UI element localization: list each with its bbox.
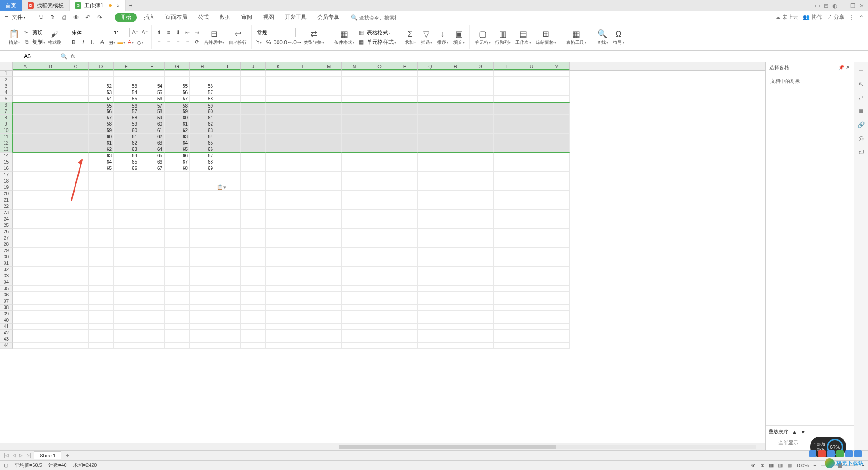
cell[interactable]: 58 [139,108,165,115]
close-window-icon[interactable]: ✕ [859,2,864,9]
cell[interactable] [38,153,63,159]
cell[interactable] [241,153,266,159]
cell[interactable] [291,241,316,248]
cell[interactable] [190,222,215,229]
cell[interactable] [367,273,392,279]
font-name-select[interactable] [70,28,110,37]
grid-row[interactable]: 36 [0,292,765,298]
cell[interactable] [165,286,190,292]
cond-format-button[interactable]: ▦条件格式 [332,28,356,47]
name-box[interactable] [0,51,55,62]
tab-add[interactable]: + [126,0,137,11]
grid-row[interactable]: 126162636465 [0,140,765,146]
cut-button[interactable]: ✂剪切 [23,28,45,37]
row-header[interactable]: 3 [0,83,13,89]
cell[interactable] [139,235,165,241]
align-top-icon[interactable]: ⬆ [155,28,163,37]
minimize-icon[interactable]: — [841,2,847,9]
cell[interactable] [367,83,392,89]
cell[interactable] [266,108,291,115]
cell[interactable] [165,343,190,349]
fill-color-icon[interactable]: ▬ [117,38,125,47]
row-header[interactable]: 1 [0,70,13,77]
cell[interactable] [342,267,367,273]
grid-row[interactable]: 31 [0,260,765,267]
cell[interactable] [544,267,570,273]
cell[interactable] [342,140,367,146]
cell[interactable] [418,279,443,286]
orientation-icon[interactable]: ⟳ [193,38,201,46]
cell[interactable] [443,146,468,153]
cell[interactable] [342,83,367,89]
font-size-select[interactable] [112,28,130,37]
cell[interactable] [392,134,418,140]
cell[interactable] [544,108,570,115]
cell[interactable] [468,260,494,267]
cell[interactable] [266,210,291,216]
cell[interactable] [13,273,38,279]
eye-icon[interactable]: 👁 [751,463,756,468]
cell[interactable] [89,172,114,178]
cell[interactable] [316,178,342,184]
cell[interactable] [544,203,570,210]
formula-input[interactable] [80,51,868,62]
cell[interactable]: 62 [165,127,190,134]
cell[interactable] [494,102,519,108]
cell[interactable] [63,96,89,102]
row-header[interactable]: 36 [0,292,13,298]
cell[interactable] [215,108,241,115]
cell[interactable] [38,286,63,292]
cell[interactable] [63,102,89,108]
cell[interactable] [241,140,266,146]
cell[interactable] [38,248,63,254]
cell[interactable] [241,260,266,267]
row-header[interactable]: 35 [0,286,13,292]
col-header[interactable]: E [114,62,139,70]
cell[interactable] [468,96,494,102]
decrease-font-icon[interactable]: A⁻ [141,28,149,37]
cell[interactable] [544,70,570,77]
cell[interactable] [443,292,468,298]
cell[interactable] [266,159,291,165]
cell[interactable] [316,241,342,248]
cell[interactable] [190,203,215,210]
cell[interactable] [241,298,266,305]
cell[interactable]: 62 [114,140,139,146]
cell[interactable] [89,203,114,210]
cell[interactable] [544,165,570,172]
cell[interactable] [139,191,165,197]
cell[interactable]: 67 [190,153,215,159]
cell[interactable] [544,292,570,298]
cell[interactable] [89,273,114,279]
cancel-edit-icon[interactable]: 🔍 [61,53,67,60]
cell[interactable] [241,317,266,324]
view-page-icon[interactable]: ▥ [778,462,783,468]
cell[interactable] [316,159,342,165]
cell[interactable] [215,343,241,349]
cell[interactable] [316,77,342,83]
cell[interactable] [544,191,570,197]
cell[interactable] [316,89,342,96]
cell[interactable] [468,254,494,260]
cell[interactable] [342,248,367,254]
cell[interactable] [342,298,367,305]
clear-format-icon[interactable]: ◇ [136,38,144,47]
cell[interactable] [13,324,38,330]
cell[interactable] [89,191,114,197]
cell[interactable] [266,273,291,279]
cell[interactable] [519,248,544,254]
cell[interactable] [291,184,316,191]
print-icon[interactable]: ⎙ [60,14,68,21]
cell[interactable] [443,83,468,89]
cell[interactable] [392,286,418,292]
cell[interactable] [367,324,392,330]
cell[interactable]: 60 [190,108,215,115]
layout-icon[interactable]: ⇄ [859,94,864,101]
cell[interactable] [316,197,342,203]
cell[interactable] [291,311,316,317]
cell[interactable] [13,184,38,191]
cell[interactable] [443,260,468,267]
pin-icon[interactable]: 📌 [838,65,844,70]
cell[interactable] [291,336,316,343]
cell[interactable] [367,292,392,298]
